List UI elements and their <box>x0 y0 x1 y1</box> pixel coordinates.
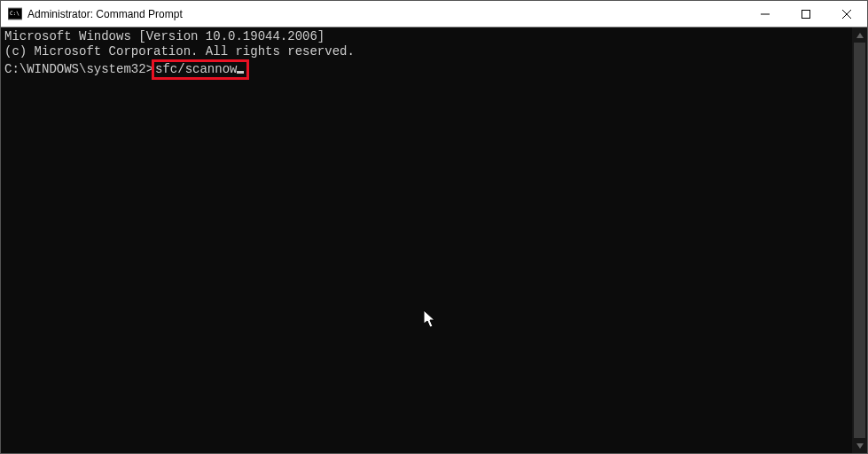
command-prompt-window: C:\ Administrator: Command Prompt Micros… <box>0 0 868 454</box>
console-area: Microsoft Windows [Version 10.0.19044.20… <box>1 27 867 453</box>
command-highlight: sfc/scannow <box>152 59 249 80</box>
prompt-line: C:\WINDOWS\system32>sfc/scannow <box>4 59 848 80</box>
cmd-icon: C:\ <box>8 7 22 21</box>
copyright-line: (c) Microsoft Corporation. All rights re… <box>4 44 848 59</box>
maximize-button[interactable] <box>786 1 826 27</box>
minimize-button[interactable] <box>745 1 786 27</box>
scroll-up-arrow[interactable] <box>852 27 867 43</box>
window-title: Administrator: Command Prompt <box>27 8 745 20</box>
text-cursor <box>237 71 244 74</box>
svg-rect-3 <box>802 10 810 18</box>
close-button[interactable] <box>826 1 867 27</box>
scroll-thumb[interactable] <box>854 43 865 438</box>
scroll-track[interactable] <box>852 43 867 438</box>
scroll-down-arrow[interactable] <box>852 438 867 453</box>
vertical-scrollbar[interactable] <box>852 27 867 453</box>
prompt-text: C:\WINDOWS\system32> <box>4 62 153 76</box>
console-output[interactable]: Microsoft Windows [Version 10.0.19044.20… <box>1 27 852 453</box>
svg-text:C:\: C:\ <box>10 10 20 16</box>
command-text: sfc/scannow <box>155 62 237 76</box>
titlebar[interactable]: C:\ Administrator: Command Prompt <box>1 1 867 27</box>
version-line: Microsoft Windows [Version 10.0.19044.20… <box>4 29 848 44</box>
window-controls <box>745 1 867 27</box>
